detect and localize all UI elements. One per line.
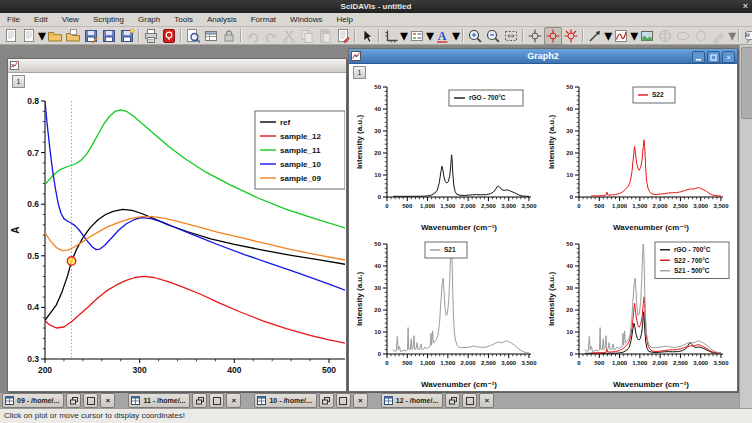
menu-item-view[interactable]: View	[55, 15, 86, 24]
close-button[interactable]: ×	[353, 393, 368, 408]
minimized-window-button[interactable]: 09 - /home/...	[2, 393, 64, 408]
close-button[interactable]: ×	[722, 51, 735, 63]
draw-line-icon[interactable]	[586, 27, 604, 45]
maximize-button[interactable]	[83, 393, 98, 408]
dropdown-arrow-icon[interactable]: ▾	[426, 26, 434, 45]
uvvis-plot[interactable]: 2003004005000.30.40.50.60.70.8Arefsample…	[9, 89, 345, 389]
raman-plot-s22[interactable]: 05001,0001,5002,0002,5003,0003,500010203…	[545, 77, 735, 233]
open-project-icon[interactable]	[46, 27, 64, 45]
add-legend-button[interactable]: ▾	[408, 26, 434, 45]
layer-button[interactable]: 1	[353, 66, 366, 79]
minimize-button[interactable]	[692, 51, 705, 63]
project-explorer-button[interactable]	[202, 27, 220, 45]
pointer-button[interactable]	[358, 27, 376, 45]
print-button[interactable]	[142, 27, 160, 45]
add-text-icon[interactable]: A	[434, 27, 452, 45]
export-pdf-icon[interactable]	[160, 27, 178, 45]
select-range-button[interactable]	[562, 27, 580, 45]
open-template-button[interactable]	[64, 27, 82, 45]
add-function-button[interactable]: ▾	[612, 26, 638, 45]
minimized-window-button[interactable]: 11 - /home/...	[128, 393, 190, 408]
close-button[interactable]: ×	[100, 393, 115, 408]
menu-item-graph[interactable]: Graph	[131, 15, 167, 24]
dropdown-arrow-icon[interactable]: ▾	[630, 26, 638, 45]
left-window-titlebar[interactable]	[8, 59, 346, 73]
find-button[interactable]	[184, 27, 202, 45]
lock-icon[interactable]	[220, 27, 238, 45]
app-close-button[interactable]: ×	[743, 0, 748, 13]
save-project-icon[interactable]	[100, 27, 118, 45]
dropdown-arrow-icon[interactable]: ▾	[728, 26, 736, 45]
dropdown-arrow-icon[interactable]: ▾	[452, 26, 460, 45]
menu-item-windows[interactable]: Windows	[283, 15, 329, 24]
add-layer-button[interactable]: ▾	[382, 26, 408, 45]
add-function-icon[interactable]	[612, 27, 630, 45]
print-icon[interactable]	[142, 27, 160, 45]
restore-button[interactable]	[192, 393, 207, 408]
menu-item-analysis[interactable]: Analysis	[200, 15, 244, 24]
find-icon[interactable]	[184, 27, 202, 45]
menu-item-format[interactable]: Format	[244, 15, 283, 24]
menu-item-edit[interactable]: Edit	[27, 15, 55, 24]
dropdown-arrow-icon[interactable]: ▾	[400, 26, 408, 45]
workspace-scrollbar[interactable]	[739, 45, 752, 408]
dropdown-arrow-icon[interactable]: ▾	[604, 26, 612, 45]
rescale-icon[interactable]	[502, 27, 520, 45]
rescale-button[interactable]	[502, 27, 520, 45]
project-explorer-icon[interactable]	[202, 27, 220, 45]
data-reader-button[interactable]	[544, 27, 562, 45]
maximize-button[interactable]	[336, 393, 351, 408]
screen-reader-icon[interactable]	[526, 27, 544, 45]
raman-plot-s21[interactable]: 05001,0001,5002,0002,5003,0003,500010203…	[353, 234, 543, 390]
add-image-icon[interactable]	[638, 27, 656, 45]
add-text-button[interactable]: A▾	[434, 26, 460, 45]
zoom-in-icon[interactable]	[466, 27, 484, 45]
add-legend-icon[interactable]	[408, 27, 426, 45]
screen-reader-button[interactable]	[526, 27, 544, 45]
save-project-as-button[interactable]	[82, 27, 100, 45]
pointer-icon[interactable]	[358, 27, 376, 45]
export-pdf-button[interactable]	[160, 27, 178, 45]
select-range-icon[interactable]	[562, 27, 580, 45]
raman-plot-combined[interactable]: 05001,0001,5002,0002,5003,0003,500010203…	[545, 234, 735, 390]
new-project-button[interactable]	[2, 27, 20, 45]
zoom-out-icon[interactable]	[484, 27, 502, 45]
menu-item-file[interactable]: File	[0, 15, 27, 24]
maximize-button[interactable]	[707, 51, 720, 63]
lock-button[interactable]	[220, 27, 238, 45]
restore-button[interactable]	[445, 393, 460, 408]
save-project-as-icon[interactable]	[82, 27, 100, 45]
layer-button[interactable]: 1	[12, 75, 25, 88]
new-item-button[interactable]: ▾	[20, 26, 46, 45]
close-button[interactable]: ×	[226, 393, 241, 408]
duplicate-icon[interactable]	[334, 27, 352, 45]
data-reader-icon[interactable]	[544, 27, 562, 45]
save-project-button[interactable]	[100, 27, 118, 45]
raman-plot-rgo[interactable]: 05001,0001,5002,0002,5003,0003,500010203…	[353, 77, 543, 233]
save-template-button[interactable]	[118, 27, 136, 45]
toolbar-overflow-icon[interactable]: »	[744, 29, 750, 40]
new-item-icon[interactable]	[20, 27, 38, 45]
restore-button[interactable]	[66, 393, 81, 408]
maximize-button[interactable]	[462, 393, 477, 408]
close-button[interactable]: ×	[479, 393, 494, 408]
menu-item-scripting[interactable]: Scripting	[86, 15, 131, 24]
menu-item-tools[interactable]: Tools	[167, 15, 200, 24]
minimized-window-button[interactable]: 12 - /home/...	[381, 393, 443, 408]
dropdown-arrow-icon[interactable]: ▾	[38, 26, 46, 45]
scrollbar-thumb[interactable]	[741, 47, 752, 119]
add-layer-icon[interactable]	[382, 27, 400, 45]
open-template-icon[interactable]	[64, 27, 82, 45]
zoom-out-button[interactable]	[484, 27, 502, 45]
restore-button[interactable]	[319, 393, 334, 408]
menu-item-help[interactable]: Help	[330, 15, 360, 24]
open-project-button[interactable]	[46, 27, 64, 45]
draw-line-button[interactable]: ▾	[586, 26, 612, 45]
zoom-in-button[interactable]	[466, 27, 484, 45]
minimized-window-button[interactable]: 10 - /home/...	[254, 393, 316, 408]
duplicate-button[interactable]	[334, 27, 352, 45]
add-image-button[interactable]	[638, 27, 656, 45]
graph2-titlebar[interactable]: Graph2 ×	[349, 49, 737, 64]
new-project-icon[interactable]	[2, 27, 20, 45]
save-template-icon[interactable]	[118, 27, 136, 45]
